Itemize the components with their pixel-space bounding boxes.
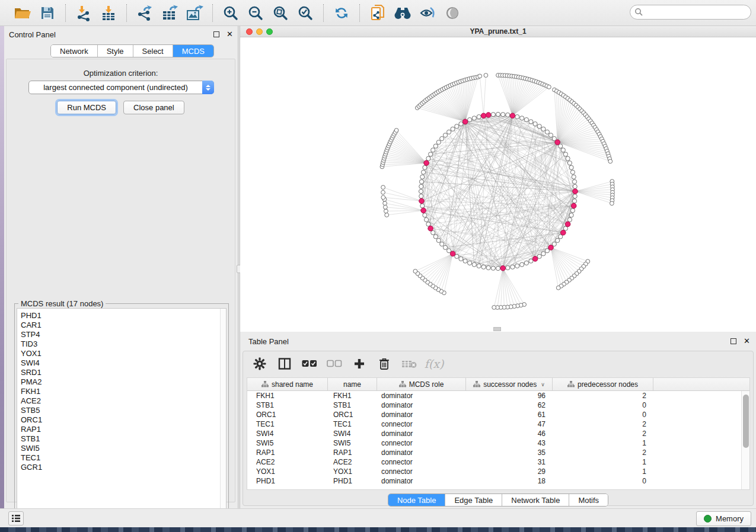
graph-node[interactable] (472, 116, 476, 120)
graph-leaf-node[interactable] (547, 85, 551, 89)
graph-node[interactable] (537, 254, 541, 258)
graph-leaf-node[interactable] (381, 196, 385, 200)
mcds-result-item[interactable]: PMA2 (17, 377, 220, 387)
graph-leaf-node[interactable] (556, 286, 560, 290)
mcds-list-scrollbar[interactable] (220, 309, 226, 520)
mcds-result-item[interactable]: YOX1 (17, 349, 220, 358)
graph-hub-node[interactable] (421, 208, 426, 213)
graph-node[interactable] (573, 194, 577, 198)
column-header-predecessor-nodes[interactable]: predecessor nodes (553, 378, 653, 390)
graph-hub-node[interactable] (565, 222, 570, 227)
graph-hub-node[interactable] (532, 257, 538, 262)
graph-node[interactable] (529, 120, 533, 124)
mcds-result-item[interactable]: TEC1 (17, 453, 220, 463)
graph-node[interactable] (429, 152, 433, 156)
graph-node[interactable] (548, 133, 553, 137)
graph-node[interactable] (511, 265, 515, 269)
graph-leaf-node[interactable] (413, 269, 417, 273)
delete-column-button[interactable] (376, 355, 393, 372)
show-graphics-details-button[interactable] (442, 4, 463, 23)
graph-leaf-node[interactable] (484, 73, 488, 78)
graph-hub-node[interactable] (500, 265, 506, 271)
graph-leaf-node[interactable] (384, 209, 388, 213)
tab-select[interactable]: Select (133, 45, 173, 57)
graph-node[interactable] (496, 112, 500, 116)
refresh-button[interactable] (331, 4, 352, 23)
graph-hub-node[interactable] (419, 198, 425, 204)
graph-leaf-node[interactable] (492, 306, 496, 310)
graph-hub-node[interactable] (555, 140, 560, 145)
float-panel-icon[interactable] (213, 31, 219, 37)
zoom-out-button[interactable] (245, 4, 266, 23)
graph-node[interactable] (569, 213, 573, 217)
graph-node[interactable] (573, 184, 577, 188)
graph-node[interactable] (419, 194, 423, 198)
graph-hub-node[interactable] (424, 161, 429, 166)
table-settings-button[interactable] (251, 355, 268, 372)
graph-node[interactable] (545, 130, 549, 134)
mcds-result-item[interactable]: SWI4 (17, 358, 220, 368)
graph-node[interactable] (433, 144, 438, 148)
graph-node[interactable] (420, 175, 425, 179)
table-row[interactable]: YOX1YOX1connector291 (247, 467, 741, 476)
graph-node[interactable] (524, 261, 528, 265)
canvas-resize-grip[interactable] (493, 327, 501, 331)
zoom-selected-button[interactable] (295, 4, 316, 23)
graph-node[interactable] (515, 115, 519, 119)
graph-node[interactable] (468, 118, 472, 122)
tab-mcds[interactable]: MCDS (173, 45, 213, 57)
graph-node[interactable] (468, 261, 472, 265)
memory-button[interactable]: Memory (696, 511, 751, 526)
graph-leaf-node[interactable] (384, 205, 388, 209)
column-header-MCDS-role[interactable]: MCDS role (377, 378, 466, 390)
graph-leaf-node[interactable] (608, 159, 613, 164)
graph-leaf-node[interactable] (478, 74, 482, 78)
table-row[interactable]: SWI5SWI5connector431 (247, 438, 741, 448)
graph-node[interactable] (566, 156, 570, 161)
graph-node[interactable] (426, 156, 430, 161)
table-row[interactable]: STB1STB1dominator620 (247, 400, 741, 410)
run-mcds-button[interactable]: Run MCDS (57, 101, 116, 114)
graph-leaf-node[interactable] (610, 201, 614, 206)
import-network-button[interactable] (73, 4, 94, 23)
graph-node[interactable] (506, 113, 510, 117)
column-header-successor-nodes[interactable]: successor nodes∨ (466, 378, 553, 390)
select-all-button[interactable] (301, 355, 318, 372)
graph-node[interactable] (563, 226, 567, 230)
graph-hub-node[interactable] (462, 119, 468, 124)
column-header-name[interactable]: name (328, 378, 377, 390)
graph-node[interactable] (419, 180, 423, 184)
export-image-button[interactable] (184, 4, 205, 23)
tab-node-table[interactable]: Node Table (388, 494, 446, 506)
graph-node[interactable] (569, 165, 573, 169)
graph-node[interactable] (572, 180, 576, 184)
graph-node[interactable] (520, 116, 524, 120)
graph-node[interactable] (491, 113, 495, 117)
graph-node[interactable] (572, 175, 576, 179)
graph-node[interactable] (486, 265, 490, 270)
graph-node[interactable] (431, 148, 435, 152)
show-panels-button[interactable] (8, 511, 24, 525)
graph-node[interactable] (426, 222, 430, 226)
export-network-button[interactable] (134, 4, 155, 23)
graph-hub-node[interactable] (561, 230, 566, 235)
graph-node[interactable] (440, 242, 444, 246)
graph-node[interactable] (459, 122, 463, 126)
graph-node[interactable] (541, 252, 546, 256)
graph-node[interactable] (455, 124, 459, 129)
mcds-result-item[interactable]: FKH1 (17, 387, 220, 396)
graph-node[interactable] (570, 170, 575, 174)
delete-table-button[interactable] (401, 355, 417, 372)
mcds-result-item[interactable]: SWI5 (17, 444, 220, 453)
mcds-result-item[interactable]: SRD1 (17, 368, 220, 377)
graph-node[interactable] (533, 122, 537, 126)
deselect-all-button[interactable] (326, 355, 343, 372)
graph-node[interactable] (561, 148, 565, 152)
graph-leaf-node[interactable] (381, 185, 385, 190)
graph-node[interactable] (423, 213, 427, 217)
float-table-panel-icon[interactable] (731, 338, 736, 344)
export-table-button[interactable] (159, 4, 180, 23)
graph-leaf-node[interactable] (381, 190, 385, 194)
graph-node[interactable] (477, 264, 481, 268)
graph-node[interactable] (556, 238, 560, 242)
